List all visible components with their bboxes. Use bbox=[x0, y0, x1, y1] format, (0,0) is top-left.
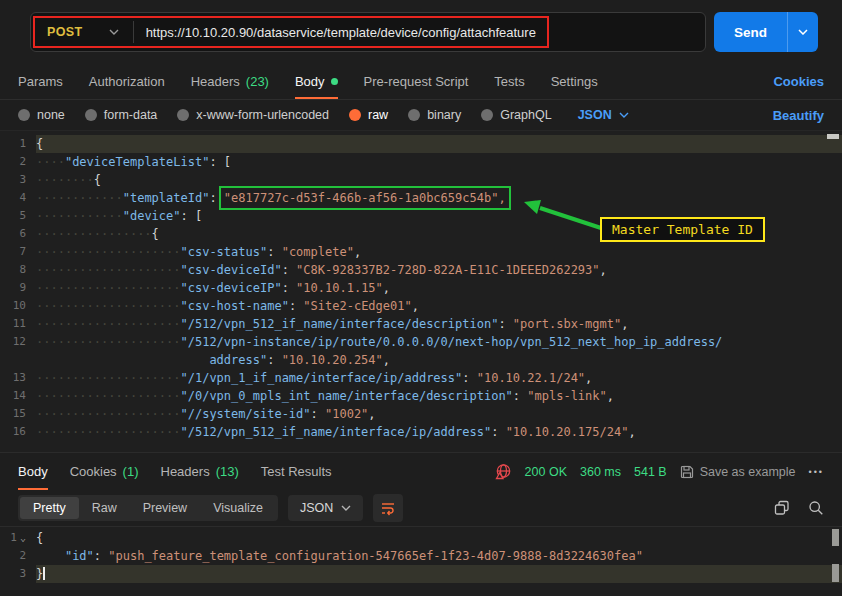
token: , bbox=[383, 353, 390, 367]
code-line: 8····················"csv-deviceId": "C8… bbox=[0, 261, 842, 279]
token: ···················· bbox=[36, 335, 181, 349]
token: "/512/vpn-instance/ip/route/0.0.0.0/0/ne… bbox=[181, 335, 723, 349]
code-text: "id": "push_feature_template_configurati… bbox=[36, 547, 842, 565]
token: , bbox=[607, 389, 614, 403]
code-line: 7····················"csv-status": "comp… bbox=[0, 243, 842, 261]
request-url-row: POST Send bbox=[0, 0, 842, 64]
mode-x-www-form-urlencoded[interactable]: x-www-form-urlencoded bbox=[177, 108, 329, 122]
code-text: { bbox=[36, 135, 842, 153]
token: : bbox=[491, 425, 505, 439]
response-tab-cookies[interactable]: Cookies(1) bbox=[70, 453, 139, 490]
token: ···················· bbox=[36, 317, 181, 331]
wrap-lines-button[interactable] bbox=[373, 494, 403, 522]
token: { bbox=[94, 173, 101, 187]
cookies-link[interactable]: Cookies bbox=[773, 74, 824, 89]
token: , bbox=[585, 371, 592, 385]
response-code-lines: 1⌄{2 "id": "push_feature_template_config… bbox=[0, 529, 842, 583]
response-tab-test-results[interactable]: Test Results bbox=[261, 453, 332, 490]
status-code[interactable]: 200 OK bbox=[525, 465, 567, 479]
mode-binary[interactable]: binary bbox=[408, 108, 461, 122]
line-number: 1⌄ bbox=[0, 529, 36, 547]
request-body-editor[interactable]: 1{2····"deviceTemplateList": [3········{… bbox=[0, 130, 842, 452]
line-number: 13 bbox=[0, 369, 36, 387]
save-as-example-button[interactable]: Save as example bbox=[680, 465, 796, 479]
token: ···················· bbox=[36, 389, 181, 403]
token bbox=[36, 549, 65, 563]
tab-pre-request-script[interactable]: Pre-request Script bbox=[364, 64, 469, 99]
method-dropdown[interactable]: POST bbox=[31, 25, 133, 39]
send-options-button[interactable] bbox=[787, 12, 818, 52]
response-status-group: 200 OK 360 ms 541 B Save as example ••• bbox=[495, 453, 824, 490]
code-text: { bbox=[36, 529, 842, 547]
response-time[interactable]: 360 ms bbox=[580, 465, 621, 479]
tab-authorization[interactable]: Authorization bbox=[89, 64, 165, 99]
mode-raw[interactable]: raw bbox=[349, 108, 388, 122]
radio-selected-icon bbox=[349, 109, 361, 121]
code-line: 1{ bbox=[0, 135, 842, 153]
response-body-editor[interactable]: 1⌄{2 "id": "push_feature_template_config… bbox=[0, 526, 842, 596]
code-line: 14····················"/0/vpn_0_mpls_int… bbox=[0, 387, 842, 405]
editor-scrollbar-thumb[interactable] bbox=[827, 134, 839, 139]
code-text: } bbox=[36, 565, 842, 583]
response-language-select[interactable]: JSON bbox=[288, 495, 363, 521]
tab-body[interactable]: Body bbox=[295, 64, 338, 99]
radio-icon bbox=[408, 109, 420, 121]
tab-tests[interactable]: Tests bbox=[494, 64, 524, 99]
token: ················ bbox=[36, 227, 152, 241]
token: "10.10.22.1/24" bbox=[477, 371, 585, 385]
token: "/1/vpn_1_if_name/interface/ip/address" bbox=[181, 371, 463, 385]
response-size[interactable]: 541 B bbox=[634, 465, 667, 479]
token: "deviceTemplateList" bbox=[65, 155, 210, 169]
mode-none[interactable]: none bbox=[18, 108, 65, 122]
body-language-select[interactable]: JSON bbox=[578, 108, 629, 122]
token: address" bbox=[209, 353, 267, 367]
fold-chevron-icon[interactable]: ⌄ bbox=[17, 532, 26, 543]
line-number: 3 bbox=[0, 565, 36, 583]
tab-headers[interactable]: Headers(23) bbox=[191, 64, 269, 99]
view-preview[interactable]: Preview bbox=[130, 497, 200, 519]
search-icon[interactable] bbox=[808, 500, 824, 516]
url-input[interactable] bbox=[134, 25, 705, 40]
tab-settings[interactable]: Settings bbox=[551, 64, 598, 99]
mode-graphql[interactable]: GraphQL bbox=[481, 108, 551, 122]
token: ···················· bbox=[36, 371, 181, 385]
send-button[interactable]: Send bbox=[714, 12, 818, 52]
token: ···················· bbox=[36, 245, 181, 259]
mode-form-data[interactable]: form-data bbox=[85, 108, 158, 122]
token: "mpls-link" bbox=[527, 389, 606, 403]
token bbox=[36, 353, 209, 367]
line-number: 15 bbox=[0, 405, 36, 423]
code-text: ····················"csv-host-name": "Si… bbox=[36, 297, 842, 315]
view-raw[interactable]: Raw bbox=[79, 497, 130, 519]
editor-scrollbar-thumb[interactable] bbox=[832, 564, 839, 582]
code-line: 1⌄{ bbox=[0, 529, 842, 547]
more-options-button[interactable]: ••• bbox=[809, 467, 824, 477]
line-number: 11 bbox=[0, 315, 36, 333]
token: "complete" bbox=[282, 245, 354, 259]
editor-scrollbar-thumb[interactable] bbox=[832, 529, 839, 546]
copy-icon[interactable] bbox=[774, 500, 790, 516]
token: "csv-deviceIP" bbox=[181, 281, 282, 295]
chevron-down-icon bbox=[619, 112, 629, 118]
ssl-warning-globe-icon[interactable] bbox=[495, 463, 512, 480]
token: "/0/vpn_0_mpls_int_name/interface/descri… bbox=[181, 389, 513, 403]
token: ···················· bbox=[36, 263, 181, 277]
beautify-link[interactable]: Beautify bbox=[773, 108, 824, 123]
code-text: ····················"/512/vpn_512_if_nam… bbox=[36, 315, 842, 333]
view-pretty[interactable]: Pretty bbox=[20, 497, 79, 519]
line-number: 7 bbox=[0, 243, 36, 261]
token: ···················· bbox=[36, 407, 181, 421]
token: { bbox=[36, 137, 43, 151]
view-visualize[interactable]: Visualize bbox=[200, 497, 276, 519]
tab-params[interactable]: Params bbox=[18, 64, 63, 99]
code-line: 10····················"csv-host-name": "… bbox=[0, 297, 842, 315]
response-tool-icons bbox=[774, 500, 824, 516]
response-tab-headers[interactable]: Headers(13) bbox=[161, 453, 239, 490]
response-tab-body[interactable]: Body bbox=[18, 453, 48, 490]
code-line: 11····················"/512/vpn_512_if_n… bbox=[0, 315, 842, 333]
chevron-down-icon bbox=[341, 505, 351, 511]
code-line: 13····················"/1/vpn_1_if_name/… bbox=[0, 369, 842, 387]
code-text: ····"deviceTemplateList": [ bbox=[36, 153, 842, 171]
line-number: 14 bbox=[0, 387, 36, 405]
chevron-down-icon bbox=[798, 29, 808, 35]
